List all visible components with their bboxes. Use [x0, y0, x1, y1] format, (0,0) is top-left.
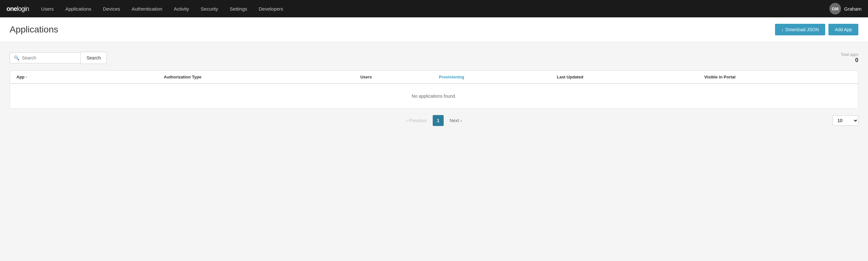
nav-items: Users Applications Devices Authenticatio… [35, 0, 829, 18]
per-page-wrapper: 10 25 50 100 [833, 116, 858, 126]
download-icon: ↓ [781, 27, 784, 32]
search-input[interactable] [22, 55, 76, 60]
table-header: App ↑ Authorization Type Users Provision… [10, 71, 858, 84]
search-row: 🔍 Search Total apps 0 [10, 52, 858, 64]
search-button[interactable]: Search [81, 52, 107, 64]
empty-state: No applications found. [10, 84, 858, 108]
total-apps: Total apps 0 [841, 53, 858, 64]
content: 🔍 Search Total apps 0 App ↑ Authorizatio… [0, 42, 868, 261]
nav-item-developers[interactable]: Developers [253, 0, 289, 18]
table-container: App ↑ Authorization Type Users Provision… [10, 70, 858, 109]
pagination-row: ‹ Previous 1 Next › 10 25 50 100 [10, 115, 858, 126]
total-apps-label: Total apps [841, 53, 858, 57]
page-title: Applications [10, 25, 58, 35]
col-header-last-updated[interactable]: Last Updated [557, 74, 704, 79]
col-header-visible-in-portal[interactable]: Visible in Portal [704, 74, 851, 79]
add-app-button[interactable]: Add App [829, 24, 858, 35]
nav-item-applications[interactable]: Applications [60, 0, 97, 18]
next-button[interactable]: Next › [445, 116, 466, 126]
per-page-select[interactable]: 10 25 50 100 [833, 116, 858, 126]
nav-item-devices[interactable]: Devices [97, 0, 126, 18]
search-input-wrapper: 🔍 [10, 53, 81, 63]
avatar[interactable]: GM [829, 3, 841, 14]
nav-right: GM Graham [829, 3, 862, 14]
nav-item-activity[interactable]: Activity [168, 0, 195, 18]
download-json-label: Download JSON [786, 27, 819, 32]
nav-item-settings[interactable]: Settings [224, 0, 253, 18]
navbar: onelogin Users Applications Devices Auth… [0, 0, 868, 18]
page-number-1[interactable]: 1 [433, 115, 444, 126]
chevron-left-icon: ‹ [406, 118, 408, 123]
nav-item-authentication[interactable]: Authentication [126, 0, 168, 18]
nav-item-users[interactable]: Users [35, 0, 60, 18]
brand-logo: onelogin [6, 4, 29, 13]
nav-item-security[interactable]: Security [195, 0, 224, 18]
search-left: 🔍 Search [10, 52, 107, 64]
brand-name: onelogin [6, 4, 29, 13]
chevron-right-icon: › [460, 118, 462, 123]
nav-username: Graham [844, 6, 862, 11]
col-header-auth-type[interactable]: Authorization Type [164, 74, 360, 79]
page-header: Applications ↓ Download JSON Add App [0, 18, 868, 42]
total-apps-count: 0 [841, 57, 858, 64]
pagination: ‹ Previous 1 Next › [402, 115, 466, 126]
previous-button[interactable]: ‹ Previous [402, 116, 431, 126]
col-header-users[interactable]: Users [360, 74, 439, 79]
header-actions: ↓ Download JSON Add App [775, 24, 858, 35]
col-header-app[interactable]: App ↑ [17, 74, 164, 79]
download-json-button[interactable]: ↓ Download JSON [775, 24, 826, 35]
sort-arrow-app: ↑ [26, 75, 27, 79]
search-icon: 🔍 [14, 55, 19, 60]
brand-logo-wrapper[interactable]: onelogin [6, 4, 29, 13]
col-header-provisioning[interactable]: Provisioning [439, 74, 557, 79]
